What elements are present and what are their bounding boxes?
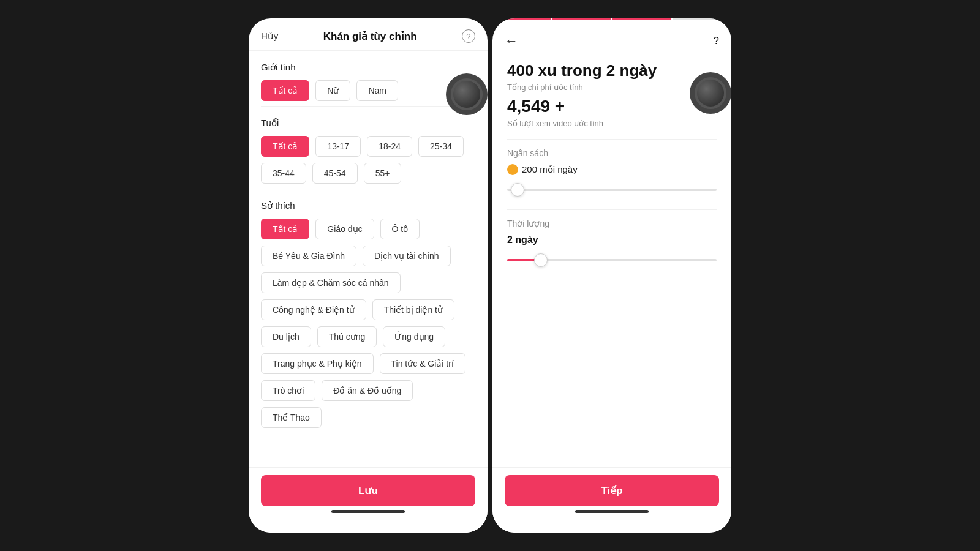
camera-left [446, 73, 488, 115]
save-bar: Lưu [249, 467, 488, 533]
interest-tag-edu[interactable]: Giáo dục [315, 219, 374, 239]
age-tag-all[interactable]: Tất cả [261, 136, 309, 157]
home-indicator-right [575, 510, 649, 513]
age-label: Tuổi [261, 118, 475, 129]
duration-value: 2 ngày [507, 234, 717, 246]
progress-seg-2 [552, 18, 611, 20]
camera-right [690, 72, 731, 114]
age-tag-18-24[interactable]: 18-24 [367, 136, 412, 157]
budget-value: 200 mỗi ngày [507, 164, 717, 175]
progress-bar [492, 18, 731, 20]
budget-label: Ngân sách [507, 148, 717, 158]
interest-tag-electronics[interactable]: Thiết bị điện tử [372, 299, 454, 320]
interest-tag-all[interactable]: Tất cả [261, 219, 309, 239]
next-button[interactable]: Tiếp [505, 475, 719, 506]
divider-1 [507, 139, 717, 140]
age-tag-55plus[interactable]: 55+ [364, 163, 402, 184]
slider-track-duration [507, 259, 717, 261]
slider-track-budget [507, 189, 717, 191]
duration-label: Thời lượng [507, 219, 717, 228]
views-count: 4,549 + [507, 97, 717, 116]
left-header: Hủy Khán giả tùy chỉnh ? [249, 18, 488, 51]
interest-tag-group: Tất cả Giáo dục Ô tô Bé Yêu & Gia Đình D… [261, 219, 475, 428]
page-title: Khán giả tùy chỉnh [323, 30, 417, 43]
right-phone: ← ? 400 xu trong 2 ngày Tổng chi phí ước… [492, 18, 731, 533]
interest-tag-news[interactable]: Tin tức & Giải trí [380, 353, 466, 374]
interest-tag-pets[interactable]: Thú cưng [317, 326, 377, 347]
help-icon-left[interactable]: ? [462, 29, 475, 43]
estimated-cost-label: Tổng chi phí ước tính [507, 83, 717, 92]
progress-seg-3 [612, 18, 671, 20]
interest-tag-baby[interactable]: Bé Yêu & Gia Đình [261, 246, 356, 266]
age-tag-group: Tất cả 13-17 18-24 25-34 35-44 45-54 55+ [261, 136, 475, 184]
gender-tag-male[interactable]: Nam [356, 80, 398, 101]
right-header: ← ? [492, 22, 731, 54]
left-content: Giới tính Tất cả Nữ Nam Tuổi Tất cả 13-1… [249, 51, 488, 467]
gender-tag-group: Tất cả Nữ Nam [261, 80, 475, 101]
save-button[interactable]: Lưu [261, 475, 475, 506]
left-phone: Hủy Khán giả tùy chỉnh ? Giới tính Tất c… [249, 18, 488, 533]
interest-tag-food[interactable]: Đồ ăn & Đồ uống [322, 380, 413, 401]
divider-2 [507, 209, 717, 210]
interest-tag-tech[interactable]: Công nghệ & Điện tử [261, 299, 366, 320]
interest-tag-beauty[interactable]: Làm đẹp & Chăm sóc cá nhân [261, 272, 401, 293]
slider-thumb-duration[interactable] [534, 253, 548, 267]
next-bar: Tiếp [492, 467, 731, 533]
budget-slider[interactable] [507, 182, 717, 197]
back-button[interactable]: ← [505, 33, 518, 49]
age-tag-25-34[interactable]: 25-34 [418, 136, 464, 157]
main-title: 400 xu trong 2 ngày [507, 61, 717, 80]
progress-seg-4 [673, 18, 731, 20]
gender-tag-female[interactable]: Nữ [315, 80, 350, 101]
coin-icon [507, 164, 518, 175]
views-label: Số lượt xem video ước tính [507, 119, 717, 128]
interest-tag-sports[interactable]: Thể Thao [261, 407, 322, 428]
help-icon-right[interactable]: ? [714, 36, 719, 47]
duration-slider[interactable] [507, 253, 717, 268]
interest-tag-finance[interactable]: Dịch vụ tài chính [363, 246, 451, 266]
age-tag-13-17[interactable]: 13-17 [315, 136, 361, 157]
right-content: 400 xu trong 2 ngày Tổng chi phí ước tín… [492, 54, 731, 467]
interest-tag-fashion[interactable]: Trang phục & Phụ kiện [261, 353, 374, 374]
gender-tag-all[interactable]: Tất cả [261, 80, 309, 101]
progress-seg-1 [492, 18, 551, 20]
home-indicator-left [331, 510, 405, 513]
age-tag-45-54[interactable]: 45-54 [312, 163, 358, 184]
budget-amount: 200 mỗi ngày [522, 164, 578, 175]
cancel-button[interactable]: Hủy [261, 31, 278, 42]
interest-tag-travel[interactable]: Du lịch [261, 326, 311, 347]
gender-label: Giới tính [261, 62, 475, 73]
interest-label: Sở thích [261, 200, 475, 211]
age-tag-35-44[interactable]: 35-44 [261, 163, 306, 184]
interest-tag-car[interactable]: Ô tô [380, 219, 420, 239]
slider-thumb-budget[interactable] [511, 183, 524, 197]
interest-tag-games[interactable]: Trò chơi [261, 380, 315, 401]
interest-tag-apps[interactable]: Ứng dụng [383, 326, 445, 347]
